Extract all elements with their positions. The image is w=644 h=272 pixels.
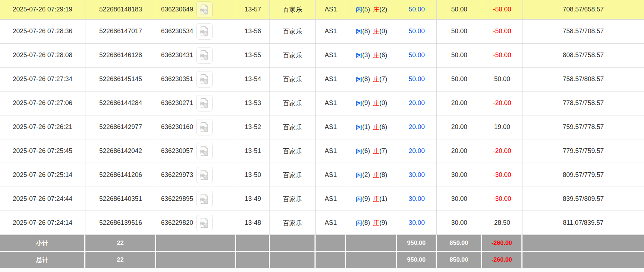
total-win-loss: -260.00 — [482, 252, 522, 268]
game-round-id: 636230534 — [161, 28, 193, 35]
empty-cell — [346, 252, 397, 268]
round-cell: 13-50 — [236, 163, 270, 187]
video-file-icon — [199, 74, 210, 85]
banker-score: (0) — [380, 28, 387, 35]
result-cell: 闲(9)庄(1) — [346, 187, 397, 211]
video-replay-button[interactable] — [196, 47, 213, 64]
video-replay-button[interactable] — [196, 71, 213, 88]
game-round-id: 636230057 — [161, 147, 193, 155]
game-round-id-cell: 636229973 — [156, 163, 236, 187]
banker-label: 庄 — [373, 195, 380, 203]
game-type-cell: 百家乐 — [270, 68, 316, 91]
game-type-cell: 百家乐 — [270, 44, 316, 67]
balance-cell: 809.57/779.57 — [522, 163, 644, 187]
video-replay-button[interactable] — [196, 23, 213, 40]
game-type-cell: 百家乐 — [270, 0, 316, 19]
subtotal-row: 小计 22 950.00 850.00 -260.00 — [0, 235, 644, 251]
player-score: (9) — [362, 195, 370, 203]
table-row[interactable]: 2025-07-26 07:25:45 522686142042 6362300… — [0, 139, 644, 163]
table-row[interactable]: 2025-07-26 07:27:06 522686144284 6362302… — [0, 92, 644, 115]
page-background-strip — [0, 268, 644, 272]
balance-cell: 779.57/759.57 — [522, 139, 644, 163]
table-code-cell: AS1 — [316, 139, 346, 163]
bet-amount-cell: 50.00 — [397, 20, 437, 43]
game-round-id-cell: 636230534 — [156, 20, 236, 43]
game-round-id: 636230431 — [161, 51, 193, 59]
bet-time-cell: 2025-07-26 07:26:21 — [0, 115, 85, 139]
video-replay-button[interactable] — [196, 1, 213, 18]
table-row[interactable]: 2025-07-26 07:24:44 522686140351 6362298… — [0, 187, 644, 211]
game-type-cell: 百家乐 — [270, 20, 316, 43]
empty-cell — [236, 252, 270, 268]
balance-cell: 778.57/758.57 — [522, 92, 644, 115]
video-file-icon — [199, 145, 210, 157]
video-replay-button[interactable] — [196, 95, 213, 112]
player-score: (3) — [362, 51, 370, 59]
table-body: 2025-07-26 07:29:19 522686148183 6362306… — [0, 0, 644, 235]
empty-cell — [316, 252, 346, 268]
video-replay-button[interactable] — [196, 191, 213, 207]
video-file-icon — [199, 50, 210, 61]
empty-cell — [270, 235, 316, 251]
player-score: (8) — [362, 219, 370, 227]
round-cell: 13-51 — [236, 139, 270, 163]
bet-id-cell: 522686145145 — [85, 68, 156, 91]
game-type-cell: 百家乐 — [270, 92, 316, 115]
game-type-cell: 百家乐 — [270, 187, 316, 211]
table-row[interactable]: 2025-07-26 07:29:19 522686148183 6362306… — [0, 0, 644, 20]
table-row[interactable]: 2025-07-26 07:27:34 522686145145 6362303… — [0, 68, 644, 92]
subtotal-bet-amount: 950.00 — [397, 235, 437, 251]
table-code-cell: AS1 — [316, 44, 346, 67]
result-cell: 闲(8)庄(9) — [346, 211, 397, 234]
bet-time-cell: 2025-07-26 07:25:14 — [0, 163, 85, 187]
video-replay-button[interactable] — [196, 143, 213, 159]
banker-score: (6) — [380, 51, 387, 59]
valid-amount-cell: 20.00 — [437, 92, 482, 115]
round-cell: 13-49 — [236, 187, 270, 211]
banker-score: (8) — [380, 171, 387, 179]
bet-id-cell: 522686140351 — [85, 187, 156, 211]
table-row[interactable]: 2025-07-26 07:28:08 522686146128 6362304… — [0, 44, 644, 68]
video-replay-button[interactable] — [196, 167, 213, 183]
table-row[interactable]: 2025-07-26 07:24:14 522686139516 6362298… — [0, 211, 644, 235]
total-label: 总计 — [0, 252, 85, 268]
result-cell: 闲(2)庄(8) — [346, 163, 397, 187]
banker-score: (1) — [380, 195, 387, 203]
table-code-cell: AS1 — [316, 187, 346, 211]
table-row[interactable]: 2025-07-26 07:28:36 522686147017 6362305… — [0, 20, 644, 44]
video-file-icon — [199, 98, 210, 109]
video-replay-button[interactable] — [196, 215, 213, 231]
player-score: (6) — [362, 147, 370, 155]
empty-cell — [316, 235, 346, 251]
table-row[interactable]: 2025-07-26 07:25:14 522686141206 6362299… — [0, 163, 644, 187]
win-loss-cell: 19.00 — [482, 115, 522, 139]
game-round-id-cell: 636230431 — [156, 44, 236, 67]
valid-amount-cell: 50.00 — [437, 20, 482, 43]
subtotal-count: 22 — [85, 235, 156, 251]
empty-cell — [522, 252, 644, 268]
subtotal-win-loss: -260.00 — [482, 235, 522, 251]
game-round-id-cell: 636230057 — [156, 139, 236, 163]
banker-score: (7) — [380, 75, 387, 83]
game-round-id-cell: 636230649 — [156, 0, 236, 19]
video-file-icon — [199, 122, 210, 133]
balance-cell: 759.57/778.57 — [522, 115, 644, 139]
game-round-id: 636229820 — [161, 219, 193, 227]
banker-score: (0) — [380, 99, 387, 107]
valid-amount-cell: 30.00 — [437, 187, 482, 211]
empty-cell — [156, 252, 236, 268]
video-replay-button[interactable] — [196, 119, 213, 135]
round-cell: 13-48 — [236, 211, 270, 234]
bet-amount-cell: 20.00 — [397, 139, 437, 163]
table-row[interactable]: 2025-07-26 07:26:21 522686142977 6362301… — [0, 115, 644, 139]
bet-amount-cell: 50.00 — [397, 0, 437, 19]
banker-label: 庄 — [373, 75, 380, 84]
bet-amount-cell: 30.00 — [397, 211, 437, 234]
table-code-cell: AS1 — [316, 115, 346, 139]
balance-cell: 811.07/839.57 — [522, 211, 644, 234]
round-cell: 13-53 — [236, 92, 270, 115]
player-label: 闲 — [356, 123, 362, 132]
result-cell: 闲(8)庄(0) — [346, 20, 397, 43]
bet-time-cell: 2025-07-26 07:29:19 — [0, 0, 85, 19]
valid-amount-cell: 30.00 — [437, 163, 482, 187]
